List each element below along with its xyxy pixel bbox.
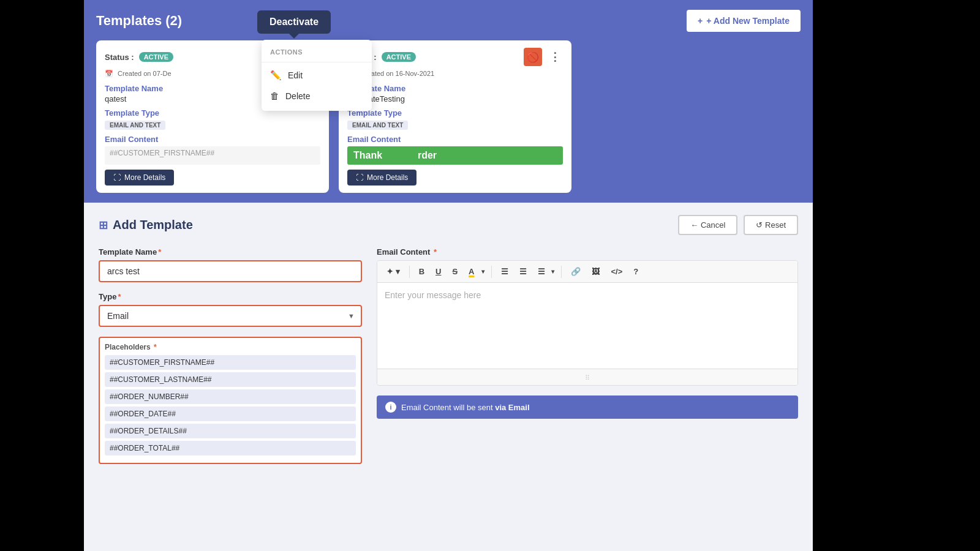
toolbar-highlight-arrow-btn[interactable]: ▾	[480, 266, 486, 277]
card-2-actions: 🚫 ⋮	[524, 48, 563, 66]
type-label: Type*	[99, 292, 362, 301]
template-cards-container: Status : ACTIVE 🚫 ⋮ 📅 Created on 07-De T…	[96, 40, 801, 193]
reset-button[interactable]: ↺ Reset	[744, 215, 798, 235]
toolbar-sep-2	[491, 266, 492, 278]
toolbar-ul-btn[interactable]: ☰	[497, 264, 513, 279]
card-2-status-badge: ACTIVE	[382, 52, 416, 62]
expand-icon: ⛶	[113, 173, 121, 182]
placeholders-field: Placeholders * ##CUSTOMER_FIRSTNAME## ##…	[99, 337, 362, 464]
add-template-buttons: ← Cancel ↺ Reset	[678, 215, 798, 235]
context-menu-delete[interactable]: 🗑 Delete	[262, 86, 372, 106]
editor-resize-handle: ⠿	[585, 374, 590, 381]
required-star-1: *	[158, 247, 161, 257]
toolbar-image-btn[interactable]: 🖼	[587, 264, 604, 279]
edit-icon: ✏️	[270, 70, 282, 81]
toolbar-strikethrough-btn[interactable]: S	[448, 264, 462, 279]
editor-toolbar: ✦ ▾ B U S A ▾ ☰ ☰	[377, 261, 797, 283]
placeholder-item-4[interactable]: ##ORDER_DETAILS##	[105, 424, 356, 438]
toolbar-link-btn[interactable]: 🔗	[567, 264, 585, 279]
add-new-label: + Add New Template	[706, 16, 790, 26]
card-1-status-row: Status : ACTIVE	[105, 52, 173, 62]
info-text: Email Content will be sent via Email	[401, 403, 530, 412]
required-star-3: *	[152, 343, 157, 351]
card-2-created-date: 📅 Created on 16-Nov-2021	[347, 70, 563, 78]
required-star-2: *	[118, 292, 121, 301]
placeholder-item-5[interactable]: ##ORDER_TOTAL##	[105, 441, 356, 455]
toolbar-ol-btn[interactable]: ☰	[515, 264, 531, 279]
divider	[262, 62, 372, 62]
info-icon: i	[385, 402, 396, 413]
type-select[interactable]: Email Text Email and Text	[99, 305, 362, 327]
editor-footer: ⠿	[377, 369, 797, 385]
placeholder-item-2[interactable]: ##ORDER_NUMBER##	[105, 389, 356, 404]
calendar-icon: 📅	[105, 70, 113, 77]
deactivate-tooltip: Deactivate	[257, 10, 331, 34]
add-template-form: Template Name* Type* Email Text Email an…	[99, 247, 798, 474]
add-template-header: ⊞ Add Template ← Cancel ↺ Reset	[99, 215, 798, 235]
email-content-editor[interactable]: Enter your message here	[377, 283, 797, 369]
context-menu: ACTIONS ✏️ Edit 🗑 Delete	[262, 40, 372, 111]
email-content-label: Email Content *	[377, 247, 798, 257]
card-1-more-details-button[interactable]: ⛶ More Details	[105, 170, 174, 186]
card-2-header: Status : ACTIVE 🚫 ⋮	[347, 48, 563, 66]
template-card-2: Status : ACTIVE 🚫 ⋮ 📅 Created on 16-Nov-…	[339, 40, 571, 193]
add-new-template-button[interactable]: + + Add New Template	[687, 10, 801, 32]
form-left-column: Template Name* Type* Email Text Email an…	[99, 247, 362, 474]
card-1-email-content-preview: ##CUSTOMER_FIRSTNAME##	[105, 146, 320, 165]
toolbar-help-btn[interactable]: ?	[629, 264, 643, 279]
templates-section: Templates (2) + + Add New Template Statu…	[84, 0, 813, 203]
email-editor: ✦ ▾ B U S A ▾ ☰ ☰	[377, 260, 798, 386]
placeholder-item-0[interactable]: ##CUSTOMER_FIRSTNAME##	[105, 355, 356, 370]
add-template-title: ⊞ Add Template	[99, 218, 193, 232]
card-1-status-badge: ACTIVE	[139, 52, 173, 62]
placeholders-box: Placeholders * ##CUSTOMER_FIRSTNAME## ##…	[99, 337, 362, 464]
card-1-email-content-label: Email Content	[105, 135, 320, 144]
context-menu-title: ACTIONS	[262, 45, 372, 59]
card-1-status-label: Status :	[105, 53, 134, 62]
toolbar-align-btn[interactable]: ☰	[533, 264, 549, 279]
card-2-email-content-label: Email Content	[347, 135, 563, 144]
toolbar-sep-1	[409, 266, 410, 278]
card-2-type-badge: EMAIL AND TEXT	[347, 121, 408, 130]
type-select-wrapper: Email Text Email and Text	[99, 305, 362, 327]
add-template-section: ⊞ Add Template ← Cancel ↺ Reset Template…	[84, 203, 813, 551]
info-banner: i Email Content will be sent via Email	[377, 395, 798, 419]
card-1-type-badge: EMAIL AND TEXT	[105, 121, 165, 130]
toolbar-highlight-group: A ▾	[464, 264, 486, 279]
card-2-deactivate-button[interactable]: 🚫	[524, 48, 542, 66]
placeholder-item-3[interactable]: ##ORDER_DATE##	[105, 407, 356, 421]
template-name-field: Template Name*	[99, 247, 362, 282]
card-2-email-preview: Thank rder	[347, 146, 563, 165]
card-2-more-options-button[interactable]: ⋮	[547, 50, 563, 64]
templates-header: Templates (2) + + Add New Template	[96, 10, 801, 32]
email-content-field: Email Content * ✦ ▾ B U S A ▾	[377, 247, 798, 386]
placeholder-item-1[interactable]: ##CUSTOMER_LASTNAME##	[105, 372, 356, 387]
toolbar-align-arrow-btn[interactable]: ▾	[549, 266, 556, 277]
toolbar-highlight-btn[interactable]: A	[464, 264, 478, 279]
card-2-template-name-label: Template Name	[347, 84, 563, 93]
cancel-button[interactable]: ← Cancel	[678, 215, 737, 235]
toolbar-magic-btn[interactable]: ✦ ▾	[382, 264, 404, 279]
toolbar-underline-btn[interactable]: U	[431, 264, 445, 279]
form-right-column: Email Content * ✦ ▾ B U S A ▾	[377, 247, 798, 474]
template-name-label: Template Name*	[99, 247, 362, 257]
required-star-4: *	[431, 247, 437, 257]
toolbar-align-group: ☰ ▾	[533, 264, 556, 279]
expand-icon-2: ⛶	[356, 173, 363, 182]
toolbar-bold-btn[interactable]: B	[415, 264, 429, 279]
template-name-input[interactable]	[99, 260, 362, 282]
context-menu-edit[interactable]: ✏️ Edit	[262, 65, 372, 86]
card-2-more-details-button[interactable]: ⛶ More Details	[347, 170, 417, 186]
card-2-template-type-label: Template Type	[347, 108, 563, 118]
toolbar-sep-3	[561, 266, 562, 278]
add-template-plus-icon: ⊞	[99, 219, 108, 232]
page-title: Templates (2)	[96, 13, 182, 29]
type-field: Type* Email Text Email and Text	[99, 292, 362, 327]
no-entry-icon-2: 🚫	[527, 51, 539, 63]
toolbar-code-btn[interactable]: </>	[606, 264, 627, 279]
plus-icon: +	[698, 16, 703, 26]
card-2-template-name-value: TemplateTesting	[347, 94, 563, 103]
trash-icon: 🗑	[270, 91, 279, 101]
placeholders-label: Placeholders *	[105, 343, 356, 351]
